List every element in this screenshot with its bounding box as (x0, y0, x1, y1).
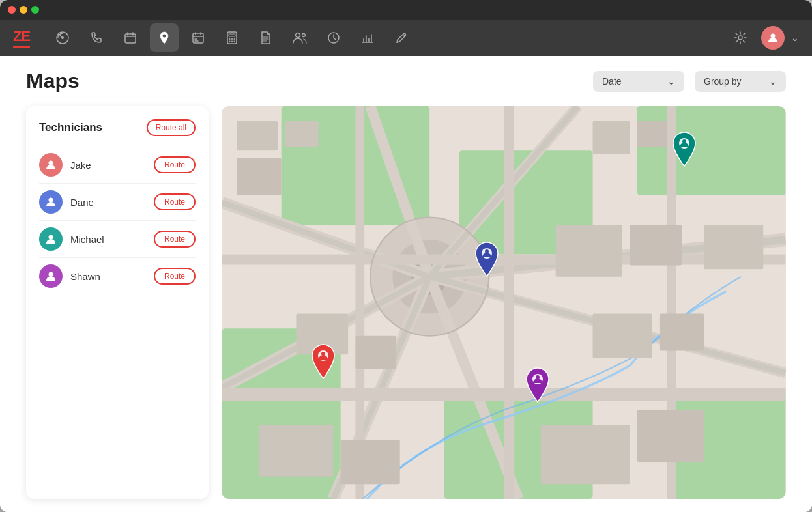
svg-rect-64 (259, 425, 334, 477)
svg-point-11 (231, 41, 233, 42)
nav-icon-document[interactable] (252, 23, 280, 52)
svg-point-1 (61, 36, 64, 39)
route-all-button[interactable]: Route all (147, 119, 196, 136)
jake-map-pin[interactable] (309, 342, 338, 384)
svg-rect-67 (637, 410, 704, 462)
michael-avatar (39, 227, 63, 251)
page-header: Maps Date ⌄ Group by ⌄ (0, 56, 812, 100)
date-dropdown[interactable]: Date ⌄ (593, 71, 684, 92)
nav-icon-chart[interactable] (353, 23, 382, 52)
body-layout: Technicians Route all Jake Route (0, 100, 812, 512)
nav-icon-team[interactable] (285, 23, 314, 52)
technician-item-jake: Jake Route (39, 147, 196, 184)
page-title: Maps (26, 69, 583, 93)
svg-rect-6 (229, 34, 235, 36)
settings-icon[interactable] (726, 23, 755, 52)
maximize-button[interactable] (31, 6, 39, 14)
dane-route-button[interactable]: Route (154, 193, 196, 210)
svg-rect-60 (355, 336, 396, 369)
nav-icon-phone[interactable] (82, 23, 111, 52)
nav-right: ⌄ (726, 23, 799, 52)
shawn-avatar (39, 264, 63, 288)
svg-point-14 (302, 34, 306, 37)
dane-map-pin[interactable] (472, 240, 501, 281)
svg-point-20 (49, 235, 53, 240)
window-controls (8, 6, 39, 14)
svg-rect-57 (593, 314, 652, 358)
svg-point-21 (49, 272, 53, 277)
jake-name: Jake (70, 160, 146, 171)
svg-point-9 (234, 38, 235, 40)
close-button[interactable] (8, 6, 16, 14)
jake-avatar (39, 153, 63, 177)
sidebar-title: Technicians (39, 121, 102, 134)
svg-point-7 (229, 38, 231, 40)
technician-item-dane: Dane Route (39, 184, 196, 221)
svg-rect-62 (630, 225, 682, 266)
svg-rect-52 (237, 121, 278, 151)
svg-point-8 (231, 38, 233, 40)
technicians-sidebar: Technicians Route all Jake Route (26, 106, 209, 499)
nav-icon-edit[interactable] (387, 23, 416, 52)
nav-icon-time[interactable] (319, 23, 348, 52)
michael-route-button[interactable]: Route (154, 231, 196, 248)
svg-point-17 (771, 34, 776, 38)
svg-point-10 (229, 41, 231, 42)
svg-point-16 (738, 36, 742, 40)
nav-icon-calculator[interactable] (218, 23, 246, 52)
svg-rect-61 (556, 225, 622, 277)
svg-rect-49 (504, 106, 514, 499)
svg-rect-66 (541, 425, 630, 484)
michael-name: Michael (70, 234, 146, 245)
logo[interactable]: ZE (13, 28, 30, 48)
nav-icon-map[interactable] (150, 23, 179, 52)
map-svg (222, 106, 786, 499)
technician-item-shawn: Shawn Route (39, 258, 196, 294)
user-menu-chevron[interactable]: ⌄ (791, 33, 799, 43)
svg-rect-56 (637, 121, 667, 147)
michael-map-pin[interactable] (670, 130, 699, 171)
titlebar (0, 0, 812, 20)
nav-icon-schedule[interactable] (184, 23, 212, 52)
svg-rect-2 (125, 34, 136, 43)
svg-rect-58 (660, 314, 704, 351)
nav-icon-calendar[interactable] (116, 23, 145, 52)
svg-rect-54 (237, 158, 281, 195)
groupby-dropdown-chevron: ⌄ (769, 76, 777, 87)
jake-route-button[interactable]: Route (154, 156, 196, 173)
svg-rect-63 (704, 225, 763, 269)
groupby-dropdown[interactable]: Group by ⌄ (695, 71, 786, 92)
svg-point-18 (49, 161, 53, 165)
shawn-name: Shawn (70, 271, 146, 282)
svg-point-19 (49, 198, 53, 203)
svg-rect-65 (341, 440, 400, 484)
minimize-button[interactable] (20, 6, 27, 14)
nav-icon-dashboard[interactable] (48, 23, 77, 52)
user-avatar[interactable] (761, 26, 785, 50)
map-container[interactable] (222, 106, 786, 499)
shawn-map-pin[interactable] (523, 365, 552, 407)
svg-point-13 (296, 33, 300, 38)
sidebar-header: Technicians Route all (39, 119, 196, 136)
app-window: ZE (0, 0, 812, 512)
main-content: Maps Date ⌄ Group by ⌄ Technicians Route… (0, 56, 812, 512)
svg-point-3 (163, 35, 166, 38)
date-dropdown-chevron: ⌄ (667, 76, 675, 87)
svg-rect-53 (285, 121, 318, 147)
svg-point-12 (234, 41, 235, 42)
dane-name: Dane (70, 197, 146, 208)
dane-avatar (39, 190, 63, 214)
shawn-route-button[interactable]: Route (154, 268, 196, 285)
svg-rect-25 (637, 106, 786, 195)
svg-rect-55 (593, 121, 630, 154)
navbar: ZE (0, 20, 812, 56)
technician-item-michael: Michael Route (39, 221, 196, 258)
